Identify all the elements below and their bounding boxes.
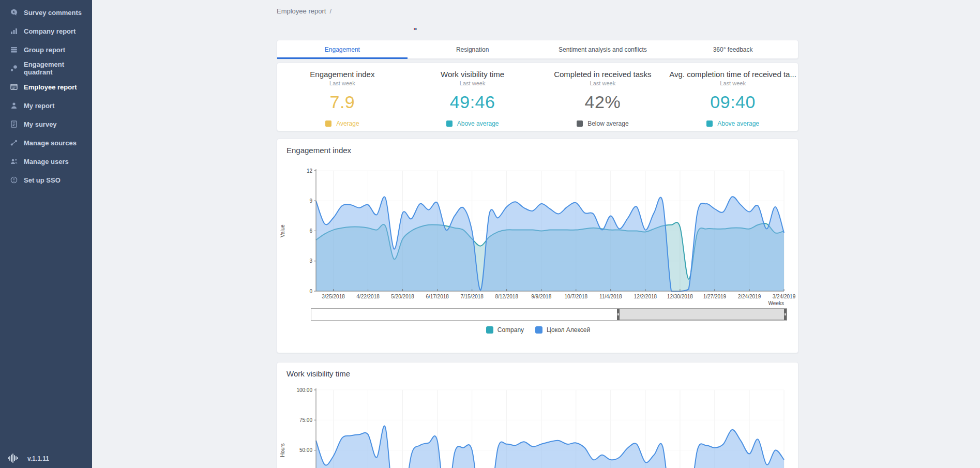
chart-title: Engagement index — [287, 146, 351, 155]
svg-text:12/30/2018: 12/30/2018 — [667, 294, 693, 299]
waveform-logo-icon — [8, 454, 18, 463]
chart-range-slider[interactable] — [311, 308, 787, 321]
svg-text:12: 12 — [307, 168, 313, 174]
sidebar-item-group-report[interactable]: Group report — [0, 40, 92, 59]
chat-bubble-icon — [10, 8, 18, 17]
svg-text:8/12/2018: 8/12/2018 — [495, 294, 518, 299]
legend-item-employee[interactable]: Цокол Алексей — [535, 326, 590, 334]
kpi-status: Average — [325, 120, 359, 127]
sidebar-item-label: My survey — [24, 120, 57, 128]
range-handle-right[interactable] — [784, 309, 787, 320]
svg-text:11/4/2018: 11/4/2018 — [599, 294, 622, 299]
sidebar-item-label: Set up SSO — [24, 176, 61, 184]
status-square-icon — [325, 120, 331, 127]
kpi-period: Last week — [408, 80, 538, 86]
sidebar-item-label: Manage sources — [24, 139, 77, 147]
tab-label: Resignation — [456, 46, 489, 53]
kpi-avg-completion-time: Avg. completion time of received ta... L… — [668, 63, 798, 131]
svg-text:0: 0 — [309, 289, 312, 294]
sidebar-item-label: Manage users — [24, 158, 69, 165]
breadcrumb: Employee report/ — [277, 7, 331, 15]
sources-icon — [10, 139, 18, 147]
legend-square-icon — [486, 326, 493, 334]
tab-label: Engagement — [325, 46, 360, 53]
report-table-icon — [10, 83, 18, 91]
svg-text:75:00: 75:00 — [299, 417, 312, 423]
tab-engagement[interactable]: Engagement — [277, 40, 408, 58]
kpi-summary-card: Engagement index Last week 7.9 Average W… — [277, 63, 798, 131]
breadcrumb-separator: / — [329, 7, 331, 15]
legend-label: Company — [497, 326, 524, 334]
svg-text:3/25/2018: 3/25/2018 — [322, 294, 345, 299]
range-selected-region[interactable] — [617, 309, 787, 320]
sidebar-item-label: Survey comments — [24, 9, 82, 17]
sidebar-item-company-report[interactable]: Company report — [0, 22, 92, 40]
sidebar-item-label: Group report — [24, 46, 65, 54]
rows-icon — [10, 46, 18, 54]
sidebar-item-manage-sources[interactable]: Manage sources — [0, 133, 92, 152]
range-handle-left[interactable] — [617, 309, 620, 320]
bar-chart-icon — [10, 27, 18, 35]
chart-title: Work visibility time — [287, 369, 350, 378]
sidebar-item-label: Employee report — [24, 83, 77, 91]
sidebar-item-engagement-quadrant[interactable]: Engagement quadrant — [0, 59, 92, 78]
legend-label: Цокол Алексей — [547, 326, 590, 334]
tab-resignation[interactable]: Resignation — [408, 40, 538, 58]
tab-360-feedback[interactable]: 360° feedback — [668, 40, 798, 58]
kpi-status: Above average — [446, 120, 499, 127]
kpi-value: 09:40 — [668, 92, 798, 112]
sidebar-item-manage-users[interactable]: Manage users — [0, 152, 92, 171]
kpi-period: Last week — [277, 80, 408, 86]
svg-text:5/20/2018: 5/20/2018 — [391, 294, 414, 299]
sidebar-item-label: Company report — [24, 27, 76, 35]
svg-text:10/7/2018: 10/7/2018 — [565, 294, 588, 299]
survey-doc-icon — [10, 120, 18, 128]
svg-text:3: 3 — [309, 258, 312, 264]
sidebar-item-my-survey[interactable]: My survey — [0, 115, 92, 133]
kpi-title: Avg. completion time of received ta... — [668, 70, 798, 79]
kpi-period: Last week — [538, 80, 668, 86]
work-visibility-chart: 0:0025:0050:0075:00100:003/25/20184/22/2… — [277, 383, 798, 468]
breadcrumb-current[interactable]: Employee report — [277, 7, 326, 15]
engagement-index-plot: 0369123/25/20184/22/20185/20/20186/17/20… — [277, 160, 799, 311]
sso-icon — [10, 176, 18, 184]
kpi-status-label: Above average — [717, 120, 759, 127]
sidebar-item-label: My report — [24, 102, 54, 110]
svg-text:9: 9 — [309, 198, 312, 204]
svg-text:100:00: 100:00 — [296, 387, 312, 393]
kpi-value: 7.9 — [277, 92, 408, 112]
kpi-title: Completed in received tasks — [538, 70, 668, 79]
users-icon — [10, 157, 18, 165]
status-square-icon — [446, 120, 453, 127]
svg-text:6: 6 — [309, 228, 312, 234]
quadrant-dots-icon — [10, 64, 18, 72]
svg-text:Weeks: Weeks — [768, 300, 784, 306]
kpi-engagement-index: Engagement index Last week 7.9 Average — [277, 63, 408, 131]
report-tabs: Engagement Resignation Sentiment analysi… — [277, 40, 798, 59]
sidebar: Survey comments Company report Group rep… — [0, 0, 92, 468]
tab-sentiment-analysis[interactable]: Sentiment analysis and conflicts — [538, 40, 668, 58]
svg-text:2/24/2019: 2/24/2019 — [738, 294, 761, 299]
kpi-period: Last week — [668, 80, 798, 86]
kpi-status: Below average — [577, 120, 628, 127]
svg-text:6/17/2018: 6/17/2018 — [426, 294, 449, 299]
svg-text:Hours: Hours — [280, 443, 285, 457]
engagement-index-chart-card: Engagement index 0369123/25/20184/22/201… — [277, 139, 798, 353]
tab-label: 360° feedback — [713, 46, 753, 53]
sidebar-item-label: Engagement quadrant — [24, 61, 92, 76]
sidebar-item-employee-report[interactable]: Employee report — [0, 78, 92, 96]
svg-text:Value: Value — [280, 224, 285, 237]
svg-text:50:00: 50:00 — [299, 447, 312, 453]
legend-item-company[interactable]: Company — [486, 326, 524, 334]
kpi-status: Above average — [706, 120, 759, 127]
work-visibility-chart-card: Work visibility time 0:0025:0050:0075:00… — [277, 362, 798, 468]
kpi-value: 42% — [538, 92, 668, 112]
svg-text:12/2/2018: 12/2/2018 — [634, 294, 657, 299]
sidebar-item-survey-comments[interactable]: Survey comments — [0, 3, 92, 22]
svg-text:4/22/2018: 4/22/2018 — [356, 294, 380, 299]
chart-legend: Company Цокол Алексей — [277, 326, 799, 334]
svg-text:3/24/2019: 3/24/2019 — [773, 294, 796, 299]
svg-text:7/15/2018: 7/15/2018 — [460, 294, 484, 299]
sidebar-item-set-up-sso[interactable]: Set up SSO — [0, 171, 92, 189]
sidebar-item-my-report[interactable]: My report — [0, 96, 92, 115]
